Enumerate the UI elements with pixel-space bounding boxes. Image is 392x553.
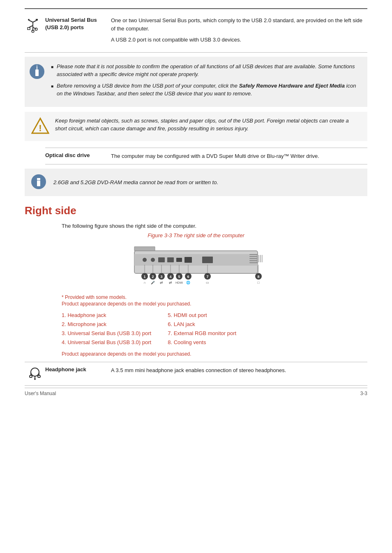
svg-rect-4 (28, 28, 30, 30)
svg-text:4: 4 (169, 275, 171, 279)
svg-text:∩: ∩ (143, 281, 146, 285)
headphone-title: Headphone jack (45, 366, 111, 375)
info-icon-2 (30, 173, 48, 192)
dvd-note-text: 2.6GB and 5.2GB DVD-RAM media cannot be … (53, 179, 218, 185)
headphone-desc: A 3.5 mm mini headphone jack enables con… (111, 366, 367, 375)
provided-note: * Provided with some models. (62, 294, 367, 300)
svg-rect-13 (35, 69, 39, 71)
svg-point-70 (31, 368, 39, 376)
svg-text:⇌: ⇌ (160, 280, 163, 285)
port-item-4: 4. Universal Serial Bus (USB 3.0) port (62, 338, 151, 347)
right-side-intro: The following figure shows the right sid… (62, 223, 367, 229)
headphone-content: Headphone jack A 3.5 mm mini headphone j… (45, 366, 367, 375)
svg-rect-24 (249, 258, 258, 259)
product-note-2: Product appearance depends on the model … (62, 351, 367, 357)
usb-title: Universal Serial Bus (USB 2.0) ports (45, 16, 111, 47)
svg-rect-33 (202, 257, 213, 263)
warning-icon: ! (31, 117, 49, 136)
svg-rect-12 (35, 70, 39, 76)
svg-rect-30 (167, 257, 174, 262)
svg-text:🎤: 🎤 (151, 280, 155, 285)
port-item-3: 3. Universal Serial Bus (USB 3.0) port (62, 329, 151, 338)
svg-point-76 (34, 378, 36, 380)
svg-point-27 (143, 258, 147, 262)
svg-text:1: 1 (143, 275, 145, 279)
svg-rect-34 (257, 255, 258, 262)
svg-rect-23 (249, 256, 258, 257)
info-bullet-1: Please note that it is not possible to c… (51, 62, 361, 79)
port-item-8: 8. Cooling vents (168, 338, 236, 347)
info-box-content: Please note that it is not possible to c… (51, 62, 361, 101)
usb-icon (25, 18, 45, 36)
svg-marker-20 (134, 247, 155, 251)
port-list-container: 1. Headphone jack 2. Microphone jack 3. … (62, 311, 367, 347)
svg-text:6: 6 (187, 275, 189, 279)
usb-content: Universal Serial Bus (USB 2.0) ports One… (45, 16, 367, 47)
port-item-1: 1. Headphone jack (62, 311, 151, 320)
svg-rect-8 (36, 19, 38, 21)
svg-rect-17 (37, 180, 40, 186)
svg-text:5: 5 (178, 275, 180, 279)
port-item-5: 5. HDMI out port (168, 311, 236, 320)
svg-text:□: □ (258, 281, 260, 285)
svg-rect-25 (249, 260, 258, 261)
svg-rect-26 (249, 262, 258, 263)
info-icon: i (29, 62, 47, 82)
usb-section: Universal Serial Bus (USB 2.0) ports One… (25, 16, 367, 53)
svg-rect-18 (37, 178, 40, 180)
optical-disc-desc: The computer may be configured with a DV… (111, 152, 367, 160)
warning-box: ! Keep foreign metal objects, such as sc… (25, 112, 367, 141)
headphone-row: Headphone jack A 3.5 mm mini headphone j… (25, 362, 367, 386)
usb-info-box: i Please note that it is not possible to… (25, 57, 367, 107)
footer-left: User's Manual (25, 391, 56, 396)
product-note: Product appearance depends on the model … (62, 301, 367, 307)
svg-rect-35 (258, 255, 259, 262)
page-footer: User's Manual 3-3 (25, 388, 367, 396)
svg-text:8: 8 (257, 275, 259, 279)
svg-text:⇌: ⇌ (169, 280, 172, 285)
port-item-6: 6. LAN jack (168, 320, 236, 329)
svg-point-7 (28, 19, 30, 21)
right-side-heading: Right side (25, 204, 367, 217)
dvd-note-box: 2.6GB and 5.2GB DVD-RAM media cannot be … (25, 169, 367, 196)
warning-text: Keep foreign metal objects, such as scre… (55, 117, 361, 133)
computer-diagram: 1 2 3 4 5 6 7 8 ∩ 🎤 ⇌ ⇌ (25, 243, 367, 292)
svg-text:!: ! (39, 123, 42, 133)
top-border (25, 8, 367, 9)
svg-text:3: 3 (160, 275, 162, 279)
usb-description: One or two Universal Serial Bus ports, w… (111, 16, 367, 47)
svg-text:🌐: 🌐 (186, 280, 190, 285)
svg-rect-29 (158, 257, 165, 262)
headphone-jack-icon (25, 366, 45, 381)
port-item-7: 7. External RGB monitor port (168, 329, 236, 338)
info-bullet-2: Before removing a USB device from the US… (51, 82, 361, 98)
svg-rect-36 (260, 255, 261, 262)
svg-point-28 (151, 258, 155, 262)
svg-text:7: 7 (206, 275, 208, 279)
svg-rect-22 (249, 254, 258, 255)
svg-text:2: 2 (152, 275, 154, 279)
port-item-2: 2. Microphone jack (62, 320, 151, 329)
svg-text:HDMI: HDMI (175, 281, 183, 284)
svg-line-1 (29, 20, 33, 22)
figure-caption: Figure 3-3 The right side of the compute… (25, 232, 367, 238)
port-list-left: 1. Headphone jack 2. Microphone jack 3. … (62, 311, 151, 347)
port-list-right: 5. HDMI out port 6. LAN jack 7. External… (168, 311, 236, 347)
optical-disc-title: Optical disc drive (45, 152, 111, 160)
optical-disc-row: Optical disc drive The computer may be c… (45, 148, 367, 165)
svg-text:▭: ▭ (206, 281, 209, 285)
svg-rect-37 (262, 255, 263, 262)
svg-rect-72 (30, 375, 32, 377)
svg-rect-32 (184, 257, 192, 263)
svg-rect-31 (176, 258, 182, 262)
footer-right: 3-3 (360, 391, 367, 396)
svg-rect-74 (38, 375, 40, 377)
